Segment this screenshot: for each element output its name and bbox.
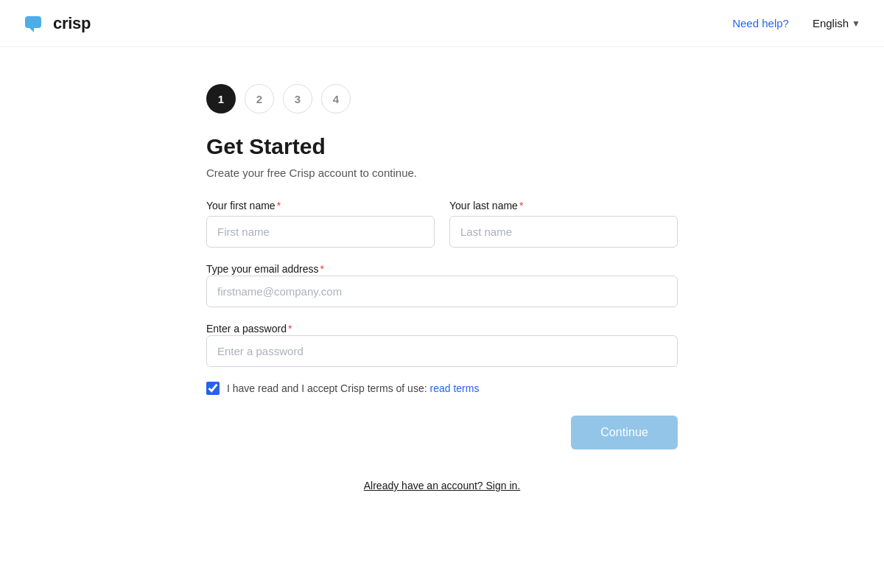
svg-marker-1	[29, 28, 34, 32]
signin-link[interactable]: Already have an account? Sign in.	[364, 480, 520, 491]
password-input[interactable]	[206, 335, 678, 367]
step-2[interactable]: 2	[245, 84, 274, 113]
need-help-link[interactable]: Need help?	[732, 17, 789, 29]
first-name-required: *	[277, 200, 281, 211]
step-3[interactable]: 3	[283, 84, 312, 113]
name-row: Your first name* Your last name*	[206, 200, 678, 248]
terms-row: I have read and I accept Crisp terms of …	[206, 382, 678, 395]
last-name-required: *	[519, 200, 523, 211]
header: crisp Need help? English ▼	[0, 0, 884, 47]
terms-label: I have read and I accept Crisp terms of …	[227, 382, 479, 394]
svg-rect-0	[25, 16, 41, 28]
last-name-input[interactable]	[449, 216, 678, 248]
crisp-logo-icon	[24, 12, 47, 35]
continue-row: Continue	[206, 416, 678, 449]
form-subtitle: Create your free Crisp account to contin…	[206, 167, 678, 179]
header-right: Need help? English ▼	[732, 17, 860, 29]
form-title: Get Started	[206, 134, 678, 159]
last-name-label: Your last name*	[449, 200, 678, 211]
email-group: Type your email address*	[206, 262, 678, 307]
logo-text: crisp	[53, 14, 91, 33]
form-container: 1 2 3 4 Get Started Create your free Cri…	[206, 84, 678, 492]
first-name-group: Your first name*	[206, 200, 435, 248]
email-label: Type your email address*	[206, 263, 324, 275]
step-1[interactable]: 1	[206, 84, 236, 113]
continue-button[interactable]: Continue	[571, 416, 678, 449]
last-name-group: Your last name*	[449, 200, 678, 248]
password-required: *	[288, 323, 292, 335]
steps-indicator: 1 2 3 4	[206, 84, 678, 113]
first-name-input[interactable]	[206, 216, 435, 248]
logo[interactable]: crisp	[24, 12, 91, 35]
language-selector[interactable]: English ▼	[813, 17, 860, 29]
email-input[interactable]	[206, 276, 678, 307]
terms-checkbox[interactable]	[206, 382, 220, 395]
main-content: 1 2 3 4 Get Started Create your free Cri…	[0, 47, 884, 529]
first-name-label: Your first name*	[206, 200, 435, 211]
step-4[interactable]: 4	[321, 84, 351, 113]
language-label: English	[813, 17, 849, 29]
email-required: *	[320, 263, 324, 275]
chevron-down-icon: ▼	[852, 18, 860, 29]
password-label: Enter a password*	[206, 323, 292, 335]
password-group: Enter a password*	[206, 322, 678, 367]
read-terms-link[interactable]: read terms	[429, 382, 479, 394]
signin-row: Already have an account? Sign in.	[206, 479, 678, 492]
